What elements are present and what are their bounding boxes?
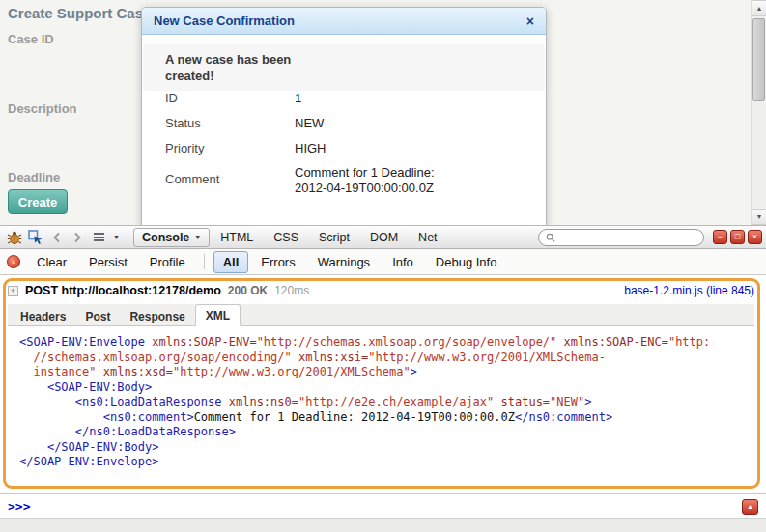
chevron-left-icon <box>52 232 61 243</box>
inspect-icon <box>28 230 43 245</box>
forward-button[interactable] <box>68 228 88 247</box>
comment-value: Comment for 1 Deadline: 2012-04-19T00:00… <box>295 165 449 196</box>
tab-console-label: Console <box>142 231 189 244</box>
search-box <box>538 229 704 246</box>
filter-errors-button[interactable]: Errors <box>251 251 304 273</box>
panels-list-button[interactable] <box>89 228 109 247</box>
dialog-title: New Case Confirmation <box>154 14 526 28</box>
status-label: Status <box>165 116 201 130</box>
open-command-editor-button[interactable]: ▲ <box>742 499 758 515</box>
xml-code: <SOAP-ENV:Envelope xmlns:SOAP-ENV="http:… <box>19 335 756 470</box>
scroll-down-icon[interactable]: ▼ <box>752 209 766 225</box>
case-id-label: Case ID <box>8 32 54 46</box>
priority-label: Priority <box>165 141 204 155</box>
tab-css[interactable]: CSS <box>264 228 308 247</box>
back-button[interactable] <box>46 228 67 247</box>
priority-value: HIGH <box>295 141 326 156</box>
hamburger-icon <box>94 233 104 241</box>
net-tab-post[interactable]: Post <box>75 306 120 326</box>
id-value: 1 <box>295 91 301 106</box>
request-status: 200 OK <box>228 284 268 297</box>
net-tab-headers[interactable]: Headers <box>11 306 75 326</box>
close-icon[interactable]: × <box>526 14 534 28</box>
browser-content: Create Support Case Case ID Description … <box>0 0 766 532</box>
clear-button[interactable]: Clear <box>27 251 76 273</box>
filter-debug-button[interactable]: Debug Info <box>426 251 507 273</box>
scrollbar-thumb[interactable] <box>752 18 765 101</box>
request-title: POST http://localhost:12178/demo <box>25 284 221 297</box>
caret-down-icon: ▼ <box>194 234 201 240</box>
persist-button[interactable]: Persist <box>79 251 137 273</box>
caret-down-icon: ▼ <box>113 234 120 240</box>
chevron-right-icon <box>73 232 82 243</box>
firebug-detach-button[interactable]: □ <box>730 230 745 244</box>
firebug-close-button[interactable]: × <box>748 230 762 244</box>
profile-button[interactable]: Profile <box>140 251 195 273</box>
panel-dropdown-button[interactable]: ▼ <box>110 228 123 247</box>
inspect-button[interactable] <box>25 228 45 247</box>
console-filter-toolbar: × Clear Persist Profile All Errors Warni… <box>0 249 766 275</box>
net-tab-response[interactable]: Response <box>120 306 194 326</box>
comment-label: Comment <box>165 172 219 186</box>
page-scrollbar: ▲ ▼ <box>751 0 766 225</box>
expander-icon[interactable]: + <box>8 286 18 296</box>
request-time: 120ms <box>274 284 309 297</box>
tab-script[interactable]: Script <box>309 228 359 247</box>
deadline-label: Deadline <box>8 170 60 184</box>
filter-all-button[interactable]: All <box>213 251 249 273</box>
filter-warnings-button[interactable]: Warnings <box>308 251 380 273</box>
id-label: ID <box>165 91 178 105</box>
break-on-errors-icon[interactable]: × <box>7 255 20 268</box>
page-background: Create Support Case Case ID Description … <box>0 0 766 225</box>
search-input[interactable] <box>559 231 696 244</box>
status-bar <box>0 518 766 532</box>
create-button[interactable]: Create <box>8 189 68 214</box>
filter-info-button[interactable]: Info <box>383 251 423 273</box>
command-input[interactable] <box>38 500 734 514</box>
command-prompt: >>> <box>8 499 30 514</box>
scroll-up-icon[interactable]: ▲ <box>752 0 766 16</box>
firebug-toolbar: ▼ Console ▼ HTML CSS Script DOM Net − □ … <box>0 225 766 249</box>
net-tab-xml[interactable]: XML <box>195 304 241 326</box>
dialog-message: A new case has been created! <box>165 51 293 84</box>
tab-net[interactable]: Net <box>409 228 446 247</box>
new-case-dialog: New Case Confirmation × A new case has b… <box>141 7 547 225</box>
net-request-row[interactable]: + POST http://localhost:12178/demo 200 O… <box>8 282 754 299</box>
dialog-header: New Case Confirmation × <box>142 8 546 35</box>
console-panel: + POST http://localhost:12178/demo 200 O… <box>0 275 766 493</box>
firebug-menu-button[interactable] <box>4 228 24 247</box>
page-title: Create Support Case <box>8 5 151 21</box>
tab-console[interactable]: Console ▼ <box>133 228 210 247</box>
command-line-bar: >>> ▲ <box>0 493 766 518</box>
firebug-minimize-button[interactable]: − <box>713 230 727 244</box>
tab-dom[interactable]: DOM <box>360 228 408 247</box>
firebug-bug-icon <box>7 230 22 245</box>
description-label: Description <box>8 101 77 116</box>
status-value: NEW <box>295 116 324 131</box>
source-link[interactable]: base-1.2.min.js (line 845) <box>624 284 754 297</box>
search-icon <box>546 232 555 243</box>
tab-html[interactable]: HTML <box>211 228 263 247</box>
net-detail-tabs: Headers Post Response XML <box>8 304 754 326</box>
toolbar-separator <box>204 254 205 269</box>
